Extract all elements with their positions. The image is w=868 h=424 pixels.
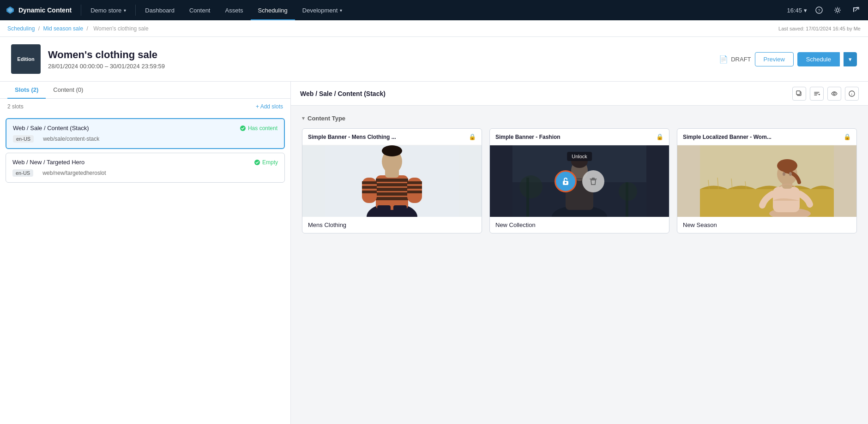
current-time: 16:45 ▾	[787, 7, 807, 14]
draft-label-text: DRAFT	[731, 56, 751, 63]
svg-rect-21	[376, 197, 408, 200]
nav-dashboard[interactable]: Dashboard	[138, 0, 182, 20]
nav-store[interactable]: Demo store ▾	[83, 0, 133, 20]
nav-store-label: Demo store	[90, 7, 121, 14]
preview-button[interactable]: Preview	[755, 52, 794, 66]
delete-button[interactable]	[582, 170, 604, 192]
nav-content[interactable]: Content	[182, 0, 218, 20]
slot-locale-0: en-US	[13, 135, 34, 143]
content-card-2[interactable]: Simple Localized Banner - Wom... 🔒	[677, 128, 857, 233]
right-panel-header: Web / Sale / Content (Stack)	[291, 82, 868, 106]
svg-rect-19	[376, 188, 408, 191]
unlock-actions	[490, 145, 669, 217]
content-card-header-0: Simple Banner - Mens Clothing ... 🔒	[302, 129, 482, 145]
content-type-header[interactable]: ▾ Content Type	[302, 115, 857, 122]
unlock-button[interactable]	[555, 170, 577, 192]
gear-icon	[834, 6, 841, 14]
content-grid: Simple Banner - Mens Clothing ... 🔒	[302, 128, 857, 233]
woman-field-image	[677, 145, 856, 217]
slot-locale-1: en-US	[12, 169, 33, 177]
svg-point-54	[783, 172, 785, 176]
breadcrumb-bar: Scheduling / Mid season sale / Women's c…	[0, 20, 868, 37]
left-panel: Slots (2) Content (0) 2 slots + Add slot…	[0, 82, 291, 424]
slots-list: Web / Sale / Content (Stack) Has content…	[0, 114, 290, 186]
nav-dashboard-label: Dashboard	[145, 7, 175, 14]
slot-path-1: web/new/targetedheroslot	[42, 170, 106, 176]
card-footer-1: New Collection	[490, 217, 669, 233]
svg-point-11	[833, 93, 835, 95]
breadcrumb-sep-1: /	[38, 25, 42, 32]
brand-icon	[6, 6, 15, 15]
breadcrumb-current: Women's clothing sale	[93, 25, 148, 32]
content-area: ▾ Content Type Simple Banner - Mens Clot…	[291, 106, 868, 424]
slot-card-0[interactable]: Web / Sale / Content (Stack) Has content…	[6, 118, 285, 149]
breadcrumb-scheduling[interactable]: Scheduling	[7, 25, 35, 32]
svg-rect-17	[376, 179, 408, 182]
svg-text:i: i	[851, 92, 852, 96]
nav-development[interactable]: Development ▾	[295, 0, 350, 20]
eye-icon	[831, 90, 838, 97]
question-icon: ?	[815, 6, 823, 14]
tab-content[interactable]: Content (0)	[46, 82, 90, 99]
external-link-button[interactable]	[850, 4, 862, 17]
lock-icon-2: 🔒	[844, 133, 851, 140]
svg-point-32	[382, 145, 402, 156]
time-chevron-icon: ▾	[804, 7, 807, 14]
svg-rect-18	[376, 183, 408, 186]
svg-rect-10	[796, 91, 800, 95]
trash-icon	[589, 177, 598, 186]
header-actions: 📄 DRAFT Preview Schedule ▾	[719, 52, 857, 66]
slot-meta-1: en-US web/new/targetedheroslot	[12, 169, 278, 177]
nav-scheduling[interactable]: Scheduling	[251, 0, 295, 20]
schedule-split-caret[interactable]: ▾	[844, 52, 857, 66]
card-overlay-1: Unlock	[490, 145, 669, 217]
info-icon: i	[849, 90, 855, 97]
check-circle-icon-1	[254, 159, 260, 166]
nav-scheduling-label: Scheduling	[258, 7, 288, 14]
top-nav: Dynamic Content Demo store ▾ Dashboard C…	[0, 0, 868, 20]
breadcrumb-mid-season[interactable]: Mid season sale	[43, 25, 83, 32]
unlock-circle-icon	[561, 176, 571, 186]
nav-development-label: Development	[302, 7, 338, 14]
card-footer-0: Mens Clothing	[302, 217, 482, 233]
content-type-label: Content Type	[307, 115, 345, 122]
svg-rect-34	[393, 205, 407, 217]
tab-slots-label: Slots (2)	[15, 86, 38, 93]
content-card-1[interactable]: Simple Banner - Fashion 🔒	[489, 128, 669, 233]
svg-rect-23	[362, 181, 377, 184]
card-title-0: Simple Banner - Mens Clothing ...	[308, 134, 396, 140]
slot-status-text-0: Has content	[248, 125, 277, 131]
schedule-button[interactable]: Schedule	[797, 52, 840, 66]
brand-logo[interactable]: Dynamic Content	[6, 6, 79, 15]
nav-assets[interactable]: Assets	[217, 0, 250, 20]
svg-point-55	[789, 172, 792, 176]
content-card-header-1: Simple Banner - Fashion 🔒	[490, 129, 669, 145]
help-button[interactable]: ?	[813, 4, 826, 17]
content-card-image-0	[302, 145, 482, 217]
last-saved: Last saved: 17/01/2024 16:45 by Me	[778, 26, 861, 31]
eye-button[interactable]	[827, 87, 841, 101]
right-panel-actions: i	[792, 87, 859, 101]
brand-label: Dynamic Content	[18, 6, 72, 14]
info-button[interactable]: i	[845, 87, 859, 101]
svg-rect-33	[377, 205, 391, 217]
settings-button[interactable]	[831, 4, 844, 17]
breadcrumb: Scheduling / Mid season sale / Women's c…	[7, 25, 151, 32]
nav-separator-2	[135, 5, 136, 16]
slot-card-1[interactable]: Web / New / Targeted Hero Empty en-US we…	[6, 153, 285, 183]
check-list-button[interactable]	[810, 87, 824, 101]
nav-separator-1	[81, 5, 81, 16]
content-card-image-2	[677, 145, 856, 217]
svg-rect-24	[362, 186, 377, 189]
content-card-0[interactable]: Simple Banner - Mens Clothing ... 🔒	[302, 128, 482, 233]
man-sweater-image	[302, 145, 482, 217]
page-header: Edition Women's clothing sale 28/01/2024…	[0, 37, 868, 82]
svg-rect-29	[407, 191, 422, 193]
slot-status-text-1: Empty	[262, 159, 278, 166]
external-link-icon	[852, 6, 860, 14]
slot-card-title-0: Web / Sale / Content (Stack) Has content	[13, 125, 277, 131]
copy-button[interactable]	[792, 87, 806, 101]
add-slots-button[interactable]: + Add slots	[256, 103, 283, 110]
tab-slots[interactable]: Slots (2)	[7, 82, 46, 99]
lock-icon-1: 🔒	[656, 133, 663, 140]
